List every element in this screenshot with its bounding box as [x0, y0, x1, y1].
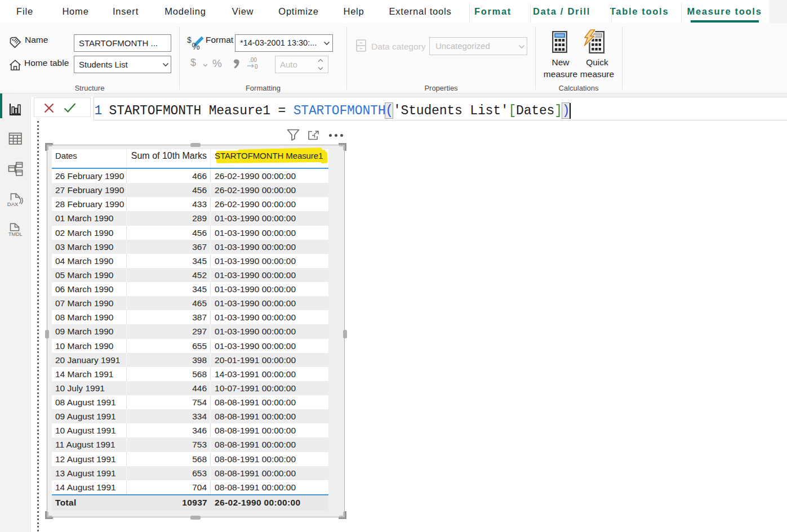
svg-text:.00: .00	[249, 57, 257, 63]
svg-text:DAX: DAX	[7, 201, 19, 207]
svg-text:0: 0	[255, 64, 258, 70]
svg-text:$: $	[187, 35, 192, 44]
svg-text:TMDL: TMDL	[8, 231, 23, 237]
